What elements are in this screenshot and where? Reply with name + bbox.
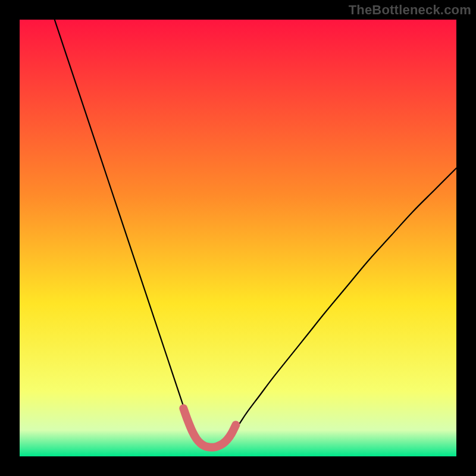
chart-frame: TheBottleneck.com [0, 0, 476, 476]
watermark-text: TheBottleneck.com [349, 2, 471, 18]
gradient-background [20, 20, 456, 456]
bottleneck-chart [20, 20, 456, 456]
